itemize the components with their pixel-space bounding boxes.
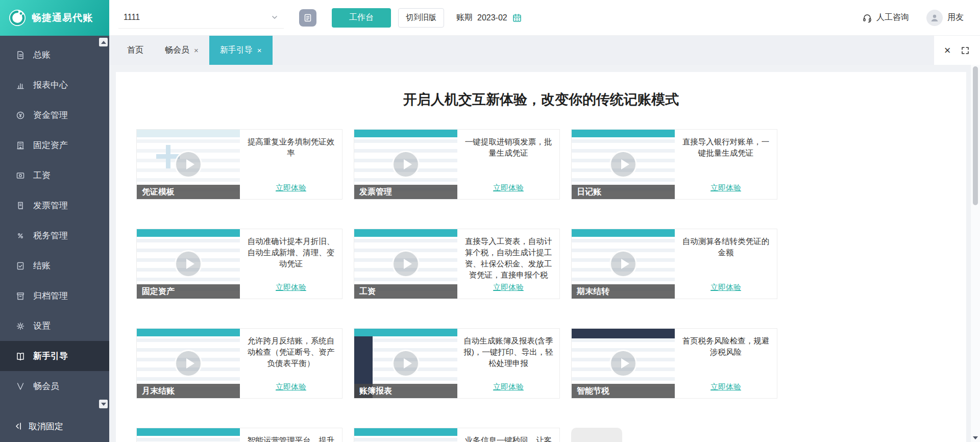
sidebar-item-label: 报表中心: [33, 79, 68, 91]
sidebar-item-beginner-guide[interactable]: 新手引导: [0, 341, 109, 371]
tab-member[interactable]: 畅会员 ×: [154, 36, 209, 65]
scrollbar-thumb[interactable]: [973, 66, 978, 205]
video-thumbnail[interactable]: 智能节税: [572, 329, 675, 398]
sidebar-item-tax[interactable]: 税务管理: [0, 220, 109, 251]
video-thumbnail[interactable]: [137, 428, 240, 442]
video-title: 期末结转: [572, 284, 675, 299]
card-description: 一键提取进销项发票，批量生成凭证: [463, 136, 553, 159]
sidebar-item-label: 资金管理: [33, 109, 68, 121]
play-icon[interactable]: [609, 250, 637, 278]
play-icon[interactable]: [609, 151, 637, 178]
assets-icon: [15, 140, 26, 151]
video-title: 凭证模板: [137, 185, 240, 199]
try-now-link[interactable]: 立即体验: [710, 382, 741, 392]
period-value[interactable]: 2023-02: [477, 13, 507, 22]
user-menu[interactable]: 用友: [926, 10, 964, 26]
workbench-button[interactable]: 工作台: [332, 8, 391, 28]
sidebar-item-settings[interactable]: 设置: [0, 311, 109, 341]
try-now-link[interactable]: 立即体验: [276, 183, 306, 193]
feature-card: 工资 直接导入工资表，自动计算个税，自动生成计提工资、社保公积金、发放工资凭证，…: [354, 229, 560, 299]
try-now-link[interactable]: 立即体验: [710, 183, 741, 193]
video-title: 工资: [354, 284, 457, 299]
card-body: 直接导入工资表，自动计算个税，自动生成计提工资、社保公积金、发放工资凭证，直接申…: [457, 229, 559, 299]
video-thumbnail[interactable]: 发票管理: [354, 130, 457, 199]
sidebar-item-archive[interactable]: 归档管理: [0, 281, 109, 311]
placeholder-box: [571, 428, 622, 442]
play-icon[interactable]: [392, 350, 420, 377]
sidebar-item-general-ledger[interactable]: 总账: [0, 40, 109, 70]
video-thumbnail[interactable]: 月末结账: [137, 329, 240, 398]
card-body: 自动生成账簿及报表(含季报)，一键打印、导出，轻松处理申报 立即体验: [457, 329, 559, 398]
unpin-sidebar-button[interactable]: 取消固定: [0, 410, 109, 442]
tab-beginner-guide[interactable]: 新手引导 ×: [209, 36, 273, 65]
video-thumbnail[interactable]: 工资: [354, 229, 457, 299]
video-thumbnail[interactable]: 固定资产: [137, 229, 240, 299]
card-description: 允许跨月反结账，系统自动检查（凭证断号、资产负债表平衡）: [246, 335, 336, 369]
try-now-link[interactable]: 立即体验: [710, 283, 741, 292]
feature-card: 月末结账 允许跨月反结账，系统自动检查（凭证断号、资产负债表平衡） 立即体验: [136, 328, 342, 399]
sidebar-item-report-center[interactable]: 报表中心: [0, 70, 109, 100]
feature-card: 凭证模板 提高重复业务填制凭证效率 立即体验: [136, 129, 342, 200]
sidebar-item-member[interactable]: 畅会员: [0, 371, 109, 401]
sidebar-item-fixed-assets[interactable]: 固定资产: [0, 130, 109, 160]
card-body: 智能运营管理平台，提升: [240, 428, 342, 442]
sidebar-item-funds[interactable]: 资金管理: [0, 100, 109, 130]
feature-card: 智能运营管理平台，提升: [136, 428, 342, 442]
video-thumbnail[interactable]: 账簿报表: [354, 329, 457, 398]
try-now-link[interactable]: 立即体验: [493, 382, 524, 392]
sidebar-scroll-up[interactable]: [99, 38, 108, 46]
tab-label: 新手引导: [220, 45, 253, 56]
calendar-icon[interactable]: [512, 13, 522, 23]
collapse-icon: [13, 421, 23, 431]
try-now-link[interactable]: 立即体验: [493, 183, 524, 193]
guide-icon: [15, 351, 26, 361]
try-now-link[interactable]: 立即体验: [493, 283, 524, 292]
tabbar-actions: ×: [934, 36, 980, 65]
video-thumbnail[interactable]: 期末结转: [572, 229, 675, 299]
note-icon: [303, 13, 312, 22]
sidebar-item-label: 固定资产: [33, 139, 68, 151]
sidebar-item-invoice[interactable]: 发票管理: [0, 190, 109, 220]
arrow-down-icon: [101, 403, 106, 406]
invoice-icon: [15, 201, 26, 211]
period-label: 账期: [456, 12, 473, 23]
fullscreen-icon[interactable]: [961, 46, 970, 55]
card-description: 直接导入银行对账单，一键批量生成凭证: [681, 136, 771, 159]
video-title: 日记账: [572, 185, 675, 199]
tab-home[interactable]: 首页: [116, 36, 154, 65]
video-thumbnail[interactable]: 凭证模板: [137, 130, 240, 199]
sidebar-scroll-down[interactable]: [99, 400, 108, 408]
close-pane-icon[interactable]: ×: [944, 45, 951, 56]
play-icon[interactable]: [392, 151, 420, 178]
play-icon[interactable]: [175, 151, 202, 178]
funds-icon: [15, 110, 26, 120]
sidebar-item-label: 税务管理: [33, 230, 68, 241]
try-now-link[interactable]: 立即体验: [276, 283, 306, 292]
play-icon[interactable]: [392, 250, 420, 278]
tab-close-icon[interactable]: ×: [194, 46, 199, 55]
arrow-down-icon: [973, 436, 978, 439]
header-right: 人工咨询 用友: [862, 10, 980, 26]
card-body: 业务信息一键秒回，让客: [457, 428, 559, 442]
play-icon[interactable]: [175, 250, 202, 278]
accounting-period: 账期 2023-02: [456, 12, 522, 23]
video-thumbnail[interactable]: 日记账: [572, 130, 675, 199]
video-thumbnail[interactable]: [354, 428, 457, 442]
company-selector[interactable]: 1111: [118, 7, 284, 29]
switch-old-version-button[interactable]: 切到旧版: [398, 8, 444, 28]
play-icon[interactable]: [175, 350, 202, 377]
scrollbar-down-arrow[interactable]: [973, 436, 978, 439]
card-body: 自动准确计提本月折旧、自动生成新增、清理、变动凭证 立即体验: [240, 229, 342, 299]
quick-note-button[interactable]: [299, 9, 316, 27]
support-button[interactable]: 人工咨询: [862, 12, 909, 23]
try-now-link[interactable]: 立即体验: [276, 382, 306, 392]
sidebar-item-label: 总账: [33, 49, 51, 61]
sidebar-item-salary[interactable]: 工资: [0, 160, 109, 190]
sidebar-menu: 总账 报表中心 资金管理 固定资产 工资 发票管理 税务管理 结账: [0, 36, 109, 401]
play-icon[interactable]: [609, 350, 637, 377]
top-header: 畅捷通易代账 1111 工作台 切到旧版 账期 2023-02: [0, 0, 980, 36]
sidebar-item-closing[interactable]: 结账: [0, 251, 109, 281]
support-label: 人工咨询: [876, 12, 909, 23]
sidebar-item-label: 结账: [33, 260, 51, 272]
tab-close-icon[interactable]: ×: [257, 46, 262, 55]
